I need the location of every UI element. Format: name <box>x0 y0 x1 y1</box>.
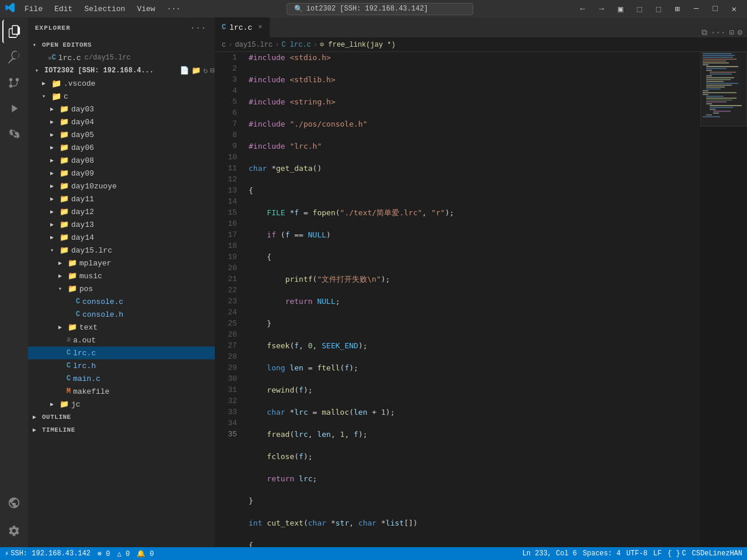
language-text: C <box>682 550 686 558</box>
outline-section[interactable]: ▶ OUTLINE <box>28 411 215 424</box>
folder-day05[interactable]: ▶📁day05 <box>28 128 215 141</box>
folder-mplayer[interactable]: ▶📁mplayer <box>28 257 215 270</box>
file-lrc-h[interactable]: Clrc.h <box>28 359 215 372</box>
breadcrumb-function[interactable]: ⊙ free_link(jay *) <box>320 40 396 49</box>
status-right: Ln 233, Col 6 Spaces: 4 UTF-8 LF { } C C… <box>522 550 742 558</box>
folder-day15lrc[interactable]: ▾📁day15.lrc <box>28 244 215 257</box>
status-info[interactable]: 🔔 0 <box>137 550 153 558</box>
folder-jc[interactable]: ▶📁jc <box>28 398 215 411</box>
tab-lrc-c[interactable]: C lrc.c × <box>215 18 270 37</box>
new-folder-icon[interactable]: 📁 <box>191 66 201 75</box>
nav-back[interactable]: ← <box>574 2 591 16</box>
search-bar[interactable]: 🔍 iot2302 [SSH: 192.168.43.142] <box>190 3 570 15</box>
status-language[interactable]: { } C <box>668 550 686 558</box>
status-ssh[interactable]: ⚡ SSH: 192.168.43.142 <box>5 550 90 558</box>
split-editor-icon[interactable]: ⧉ <box>701 28 707 37</box>
close-editor-icon[interactable]: ✕ <box>48 54 52 62</box>
folder-icon: 📁 <box>60 117 69 127</box>
folder-day09[interactable]: ▶📁day09 <box>28 167 215 180</box>
breadcrumb-day15[interactable]: day15.lrc <box>235 41 273 49</box>
refresh-icon[interactable]: ↻ <box>203 66 208 75</box>
open-file-path: c/day15.lrc <box>85 54 131 62</box>
activity-explorer[interactable] <box>2 20 26 43</box>
menu-selection[interactable]: Selection <box>79 4 130 15</box>
editor-settings-icon[interactable]: ⚙ <box>738 27 742 37</box>
status-remote-name[interactable]: CSDeLinezHAN <box>692 550 742 558</box>
folder-icon: 📁 <box>60 130 69 139</box>
open-editors-label: OPEN EDITORS <box>42 41 92 48</box>
file-console-h[interactable]: Cconsole.h <box>28 308 215 321</box>
nav-forward[interactable]: → <box>594 2 610 16</box>
folder-day04[interactable]: ▶📁day04 <box>28 116 215 128</box>
workspace-root[interactable]: ▾ IOT2302 [SSH: 192.168.4... 📄 📁 ↻ ⊟ <box>28 64 215 77</box>
folder-icon: 📁 <box>51 92 61 102</box>
folder-day14[interactable]: ▶📁day14 <box>28 231 215 244</box>
activity-run[interactable] <box>2 97 26 120</box>
status-encoding[interactable]: UTF-8 <box>626 550 647 558</box>
file-console-c[interactable]: Cconsole.c <box>28 295 215 308</box>
folder-day06[interactable]: ▶📁day06 <box>28 141 215 154</box>
eol-text: LF <box>653 550 661 558</box>
minimize[interactable]: ─ <box>688 2 704 16</box>
minimap[interactable] <box>700 52 747 547</box>
breadcrumb-toggle[interactable]: ⊡ <box>729 27 734 37</box>
activity-remote[interactable] <box>2 491 26 514</box>
collapse-icon[interactable]: ⊟ <box>210 66 215 75</box>
new-file-icon[interactable]: ··· <box>189 22 208 34</box>
status-spaces[interactable]: Spaces: 4 <box>583 550 621 558</box>
folder-day08[interactable]: ▶📁day08 <box>28 154 215 167</box>
menu-view[interactable]: View <box>132 4 160 15</box>
workspace-name: IOT2302 [SSH: 192.168.4... <box>44 66 153 75</box>
encoding-text: UTF-8 <box>626 550 647 558</box>
open-editor-item[interactable]: ✕ C lrc.c c/day15.lrc <box>28 51 215 64</box>
spaces-text: Spaces: 4 <box>583 550 621 558</box>
close-button[interactable]: ✕ <box>726 2 742 16</box>
folder-pos[interactable]: ▾📁pos <box>28 282 215 295</box>
file-main-c[interactable]: Cmain.c <box>28 372 215 385</box>
folder-day11[interactable]: ▶📁day11 <box>28 192 215 205</box>
code-content[interactable]: #include <stdio.h> #include <stdlib.h> #… <box>243 52 700 547</box>
file-aout[interactable]: ≡a.out <box>28 334 215 346</box>
status-warnings[interactable]: △ 0 <box>117 550 130 558</box>
titlebar: File Edit Selection View ··· 🔍 iot2302 [… <box>0 0 747 18</box>
menu-more[interactable]: ··· <box>162 4 185 15</box>
folder-c[interactable]: ▾ 📁 c <box>28 90 215 103</box>
file-lrc-c[interactable]: Clrc.c <box>28 346 215 359</box>
timeline-section[interactable]: ▶ TIMELINE <box>28 424 215 436</box>
status-position[interactable]: Ln 233, Col 6 <box>522 550 577 558</box>
folder-day03[interactable]: ▶📁day03 <box>28 103 215 116</box>
folder-vscode[interactable]: ▶ 📁 .vscode <box>28 77 215 90</box>
folder-day13[interactable]: ▶📁day13 <box>28 218 215 231</box>
maximize[interactable]: □ <box>707 2 723 16</box>
folder-icon: 📁 <box>68 258 77 268</box>
layout-sidebar-right[interactable]: ⬚ <box>650 2 666 16</box>
status-eol[interactable]: LF <box>653 550 661 558</box>
folder-day12[interactable]: ▶📁day12 <box>28 205 215 218</box>
activity-extensions[interactable] <box>2 123 26 146</box>
breadcrumb-c[interactable]: c <box>222 41 226 49</box>
outline-label: OUTLINE <box>42 414 71 421</box>
menu-edit[interactable]: Edit <box>50 4 77 15</box>
folder-icon: 📁 <box>60 169 69 178</box>
status-errors[interactable]: ⊗ 0 <box>97 550 110 558</box>
new-file-icon[interactable]: 📄 <box>180 66 189 75</box>
more-actions-icon[interactable]: ··· <box>711 28 725 37</box>
tab-close-button[interactable]: × <box>258 23 262 32</box>
folder-text[interactable]: ▶📁text <box>28 321 215 334</box>
folder-day10zuoye[interactable]: ▶📁day10zuoye <box>28 180 215 192</box>
layout-grid[interactable]: ⊞ <box>669 2 685 16</box>
layout-panel[interactable]: ⬚ <box>631 2 647 16</box>
activity-source-control[interactable] <box>2 71 26 94</box>
h-file-icon: C <box>67 362 71 370</box>
activity-search[interactable] <box>2 46 26 69</box>
menu-file[interactable]: File <box>20 4 47 15</box>
open-editors-section[interactable]: ▾ OPEN EDITORS <box>28 38 215 51</box>
folder-music[interactable]: ▶📁music <box>28 270 215 282</box>
sidebar-header: EXPLORER ··· <box>28 18 215 38</box>
file-makefile[interactable]: Mmakefile <box>28 385 215 398</box>
activity-settings[interactable] <box>2 519 26 542</box>
search-text: iot2302 [SSH: 192.168.43.142] <box>306 5 428 13</box>
layout-sidebar[interactable]: ▣ <box>612 2 629 16</box>
ssh-text: SSH: 192.168.43.142 <box>11 550 90 558</box>
breadcrumb-file[interactable]: C lrc.c <box>281 41 310 49</box>
